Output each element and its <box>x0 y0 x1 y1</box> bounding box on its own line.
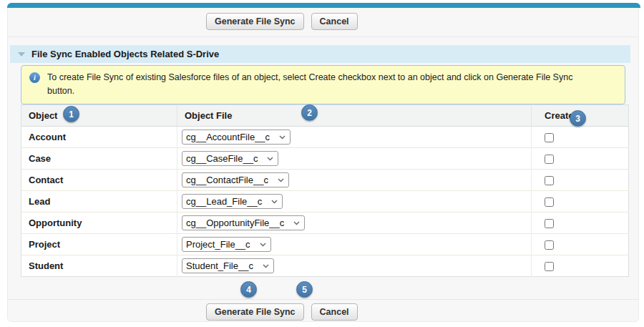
info-message-text: To create File Sync of existing Salesfor… <box>47 71 598 99</box>
info-message-box: i To create File Sync of existing Salesf… <box>21 65 625 104</box>
table-row: Student Student_File__c <box>21 255 629 277</box>
info-icon: i <box>29 72 40 83</box>
table-row: Case cg__CaseFile__c <box>21 148 629 170</box>
accent-top-bar <box>7 3 640 8</box>
cancel-button[interactable]: Cancel <box>311 13 358 30</box>
object-file-select-value: cg__Lead_File__c <box>186 196 262 207</box>
chevron-down-icon <box>260 243 266 247</box>
create-checkbox[interactable] <box>545 155 554 164</box>
create-checkbox[interactable] <box>545 262 554 271</box>
bottom-action-bar: Generate File Sync Cancel <box>206 303 358 321</box>
chevron-down-icon <box>293 221 300 225</box>
page-block: Generate File Sync Cancel File Sync Enab… <box>7 3 639 322</box>
object-file-select[interactable]: cg__CaseFile__c <box>182 151 278 166</box>
object-file-select[interactable]: cg__ContactFile__c <box>182 172 289 187</box>
create-checkbox[interactable] <box>545 176 554 185</box>
annotation-badge-1: 1 <box>63 106 79 122</box>
object-file-select[interactable]: Project_File__c <box>182 237 271 252</box>
object-file-select-value: cg__ContactFile__c <box>186 175 268 185</box>
object-label: Case <box>21 148 177 170</box>
object-file-select[interactable]: cg__OpportunityFile__c <box>182 215 305 230</box>
collapse-triangle-icon[interactable] <box>18 52 25 57</box>
object-file-select-value: cg__OpportunityFile__c <box>186 218 284 228</box>
cancel-button[interactable]: Cancel <box>311 303 358 321</box>
section-title: File Sync Enabled Objects Related S-Driv… <box>31 49 219 59</box>
object-file-select[interactable]: cg__AccountFile__c <box>182 130 291 145</box>
annotation-badge-4: 4 <box>240 281 257 298</box>
generate-file-sync-button[interactable]: Generate File Sync <box>206 303 304 321</box>
column-header-object-file: Object File <box>177 105 532 127</box>
object-label: Project <box>21 234 177 255</box>
create-checkbox[interactable] <box>545 133 554 142</box>
chevron-down-icon <box>278 178 284 182</box>
table-header-row: Object Object File Create <box>21 105 629 127</box>
object-file-select-value: cg__CaseFile__c <box>186 153 258 164</box>
table-row: Lead cg__Lead_File__c <box>21 191 629 213</box>
table-row: Project Project_File__c <box>21 234 629 255</box>
object-file-select[interactable]: Student_File__c <box>182 258 274 273</box>
annotation-badge-5: 5 <box>296 281 313 298</box>
top-action-bar: Generate File Sync Cancel <box>206 13 358 30</box>
table-row: Opportunity cg__OpportunityFile__c <box>21 213 629 234</box>
object-label: Opportunity <box>21 213 177 234</box>
chevron-down-icon <box>279 135 286 140</box>
table-body: Account cg__AccountFile__c Case cg__Case… <box>21 127 629 277</box>
chevron-down-icon <box>271 200 278 204</box>
object-file-select-value: cg__AccountFile__c <box>186 132 270 142</box>
chevron-down-icon <box>263 264 269 268</box>
object-label: Account <box>21 127 177 148</box>
annotation-badge-2: 2 <box>301 104 318 121</box>
object-label: Contact <box>21 170 177 191</box>
create-checkbox[interactable] <box>545 219 554 228</box>
object-file-select[interactable]: cg__Lead_File__c <box>182 194 283 209</box>
generate-file-sync-button[interactable]: Generate File Sync <box>206 13 304 30</box>
top-divider <box>8 36 638 37</box>
table-row: Account cg__AccountFile__c <box>21 127 629 148</box>
file-sync-table: Object Object File Create Account cg__Ac… <box>21 104 629 277</box>
create-checkbox[interactable] <box>545 197 554 207</box>
object-label: Student <box>21 255 177 277</box>
object-file-select-value: Student_File__c <box>186 260 253 271</box>
object-label: Lead <box>21 191 177 213</box>
annotation-badge-3: 3 <box>570 110 586 127</box>
object-file-select-value: Project_File__c <box>186 239 250 250</box>
bottom-divider <box>8 299 638 300</box>
section-header: File Sync Enabled Objects Related S-Driv… <box>10 45 630 63</box>
chevron-down-icon <box>267 157 273 161</box>
column-header-object: Object <box>21 105 177 127</box>
create-checkbox[interactable] <box>545 240 554 250</box>
table-row: Contact cg__ContactFile__c <box>21 170 629 191</box>
